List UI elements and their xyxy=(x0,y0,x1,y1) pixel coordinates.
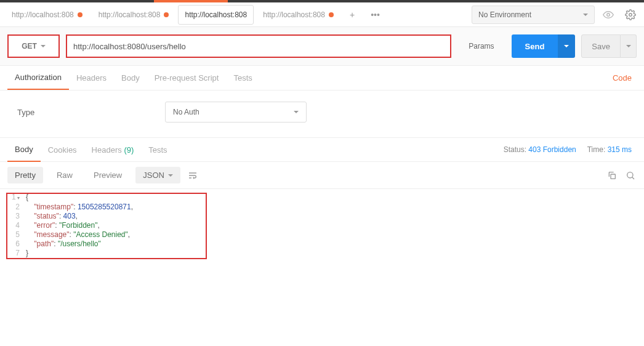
tab-headers[interactable]: Headers xyxy=(69,66,114,89)
unsaved-indicator-icon xyxy=(78,12,83,17)
settings-icon[interactable] xyxy=(622,6,639,23)
request-tab[interactable]: http://localhost:808 xyxy=(92,5,176,25)
http-method-select[interactable]: GET xyxy=(7,34,60,58)
request-subtabs: Authorization Headers Body Pre-request S… xyxy=(0,66,644,91)
view-pretty-button[interactable]: Pretty xyxy=(7,167,43,183)
status-value: 403 Forbidden xyxy=(528,145,576,154)
chevron-down-icon xyxy=(294,111,299,113)
tab-label: http://localhost:808 xyxy=(12,10,74,19)
auth-type-select[interactable]: No Auth xyxy=(165,102,307,123)
line-number: 2 xyxy=(6,203,26,212)
format-select[interactable]: JSON xyxy=(135,167,180,183)
line-number: 6 xyxy=(6,239,26,249)
line-number: 3 xyxy=(6,212,26,221)
line-source: } xyxy=(26,249,28,258)
tab-label: http://localhost:808 xyxy=(99,10,161,19)
line-source: "error": "Forbidden", xyxy=(26,221,100,230)
code-line: 6 "path": "/users/hello" xyxy=(6,239,638,249)
line-number: 4 xyxy=(6,221,26,230)
environment-preview-icon[interactable] xyxy=(600,6,617,23)
save-dropdown[interactable] xyxy=(621,34,637,58)
url-input[interactable] xyxy=(67,36,450,57)
resp-tab-tests[interactable]: Tests xyxy=(141,139,174,161)
request-row: GET Params Send Save xyxy=(0,27,644,66)
view-raw-button[interactable]: Raw xyxy=(49,167,80,183)
line-source: "status": 403, xyxy=(26,212,78,221)
svg-point-1 xyxy=(629,13,632,16)
chevron-down-icon xyxy=(564,45,569,47)
search-icon[interactable] xyxy=(624,169,637,182)
window-topbar xyxy=(0,0,644,2)
code-line: 2 "timestamp": 1505285520871, xyxy=(6,203,638,212)
chevron-down-icon xyxy=(626,45,631,47)
auth-type-row: Type No Auth xyxy=(0,91,644,137)
code-line: 3 "status": 403, xyxy=(6,212,638,221)
response-toolbar: Pretty Raw Preview JSON xyxy=(0,162,644,189)
line-source: "message": "Access Denied", xyxy=(26,230,130,239)
wrap-lines-icon[interactable] xyxy=(187,169,199,182)
format-label: JSON xyxy=(143,171,164,180)
resp-tab-body[interactable]: Body xyxy=(7,138,41,162)
tab-label: http://localhost:808 xyxy=(185,10,247,19)
auth-type-label: Type xyxy=(17,108,153,117)
request-tab[interactable]: http://localhost:808 xyxy=(178,5,254,25)
tab-label: http://localhost:808 xyxy=(263,10,325,19)
unsaved-indicator-icon xyxy=(329,12,334,17)
line-source: "path": "/users/hello" xyxy=(26,239,101,249)
tab-actions-button[interactable]: ••• xyxy=(364,6,387,24)
status-label: Status: xyxy=(504,145,526,154)
code-link[interactable]: Code xyxy=(613,73,637,82)
resp-tab-headers[interactable]: Headers (9) xyxy=(84,139,142,161)
tab-tests[interactable]: Tests xyxy=(226,66,259,89)
auth-type-value: No Auth xyxy=(173,108,199,116)
request-tab[interactable]: http://localhost:808 xyxy=(5,5,89,25)
resp-headers-count: (9) xyxy=(124,145,134,155)
url-input-wrap xyxy=(66,34,451,58)
svg-point-0 xyxy=(607,13,610,16)
tab-body[interactable]: Body xyxy=(114,66,147,89)
copy-icon[interactable] xyxy=(606,169,618,182)
resp-tab-cookies[interactable]: Cookies xyxy=(41,139,84,161)
chevron-down-icon xyxy=(41,45,46,47)
code-line: 7} xyxy=(6,249,638,258)
svg-point-3 xyxy=(627,172,633,177)
response-meta: Status: 403 Forbidden Time: 315 ms xyxy=(504,145,637,154)
save-button[interactable]: Save xyxy=(581,34,621,58)
line-number: 5 xyxy=(6,230,26,239)
line-source: { xyxy=(26,193,28,203)
tab-prerequest[interactable]: Pre-request Script xyxy=(147,66,227,89)
view-preview-button[interactable]: Preview xyxy=(86,167,129,183)
code-content[interactable]: 1{2 "timestamp": 1505285520871,3 "status… xyxy=(6,193,638,258)
unsaved-indicator-icon xyxy=(164,12,169,17)
code-line: 1{ xyxy=(6,193,638,203)
resp-headers-label: Headers xyxy=(92,145,122,155)
response-tabs: Body Cookies Headers (9) Tests Status: 4… xyxy=(0,137,644,162)
line-number: 7 xyxy=(6,249,26,258)
chevron-down-icon xyxy=(583,14,588,16)
line-source: "timestamp": 1505285520871, xyxy=(26,203,133,212)
tab-authorization[interactable]: Authorization xyxy=(7,66,69,90)
code-line: 5 "message": "Access Denied", xyxy=(6,230,638,239)
send-button[interactable]: Send xyxy=(512,34,558,58)
time-value: 315 ms xyxy=(608,145,632,154)
active-indicator xyxy=(154,0,228,2)
chevron-down-icon xyxy=(168,174,173,177)
response-body: 1{2 "timestamp": 1505285520871,3 "status… xyxy=(6,193,638,258)
send-dropdown[interactable] xyxy=(558,34,575,58)
http-method-label: GET xyxy=(22,42,37,50)
code-line: 4 "error": "Forbidden", xyxy=(6,221,638,230)
environment-select[interactable]: No Environment xyxy=(472,6,595,24)
request-tab[interactable]: http://localhost:808 xyxy=(256,5,340,25)
svg-rect-2 xyxy=(611,174,615,179)
environment-label: No Environment xyxy=(478,10,531,19)
params-button[interactable]: Params xyxy=(457,42,505,50)
time-label: Time: xyxy=(587,145,606,154)
tabbar: http://localhost:808http://localhost:808… xyxy=(0,2,644,27)
line-number: 1 xyxy=(6,193,26,203)
new-tab-button[interactable]: + xyxy=(343,6,361,24)
